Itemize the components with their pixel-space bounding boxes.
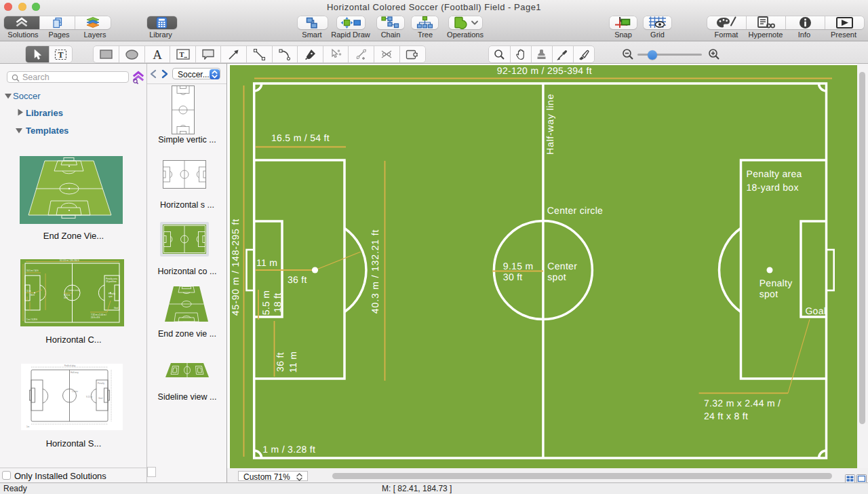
svg-text:Center: Center [72, 390, 78, 393]
svg-text:Goal: Goal [114, 307, 119, 309]
svg-text:40.3 m / 132.21 ft: 40.3 m / 132.21 ft [370, 229, 380, 314]
svg-text:16.5 m / 54 ft: 16.5 m / 54 ft [271, 132, 330, 143]
svg-text:Center: Center [547, 261, 577, 271]
svg-text:Goal: Goal [98, 397, 103, 400]
svg-text:spot: spot [547, 271, 566, 282]
svg-text:Goal: Goal [805, 305, 826, 316]
svg-text:Penalty area: Penalty area [746, 168, 802, 179]
svg-text:36 ft: 36 ft [31, 294, 35, 297]
svg-text:Penalty: Penalty [759, 278, 792, 288]
svg-text:92-120 m / 295-394 ft: 92-120 m / 295-394 ft [60, 259, 79, 262]
svg-text:16.5 m / 54 ft: 16.5 m / 54 ft [26, 269, 39, 272]
svg-text:18 ft: 18 ft [272, 293, 283, 313]
svg-text:1m: 1m [26, 425, 30, 428]
svg-text:30 ft: 30 ft [502, 271, 522, 282]
svg-text:36 ft: 36 ft [288, 274, 307, 285]
svg-text:A: A [153, 49, 162, 60]
svg-text:24 ft x 8 ft: 24 ft x 8 ft [704, 411, 748, 421]
svg-text:11 m: 11 m [26, 290, 31, 292]
svg-text:11 m: 11 m [287, 352, 298, 373]
svg-text:Half-way line: Half-way line [544, 94, 555, 155]
svg-text:spot: spot [759, 288, 778, 299]
svg-text:5.5 m: 5.5 m [260, 290, 271, 316]
svg-text:30 ft: 30 ft [64, 297, 68, 299]
svg-text:Field of play: Field of play [64, 364, 76, 367]
svg-text:Penalty: Penalty [98, 382, 105, 385]
svg-text:18-yard box: 18-yard box [746, 182, 798, 193]
svg-text:Center circle: Center circle [68, 289, 79, 292]
svg-text:11 m: 11 m [256, 257, 277, 268]
svg-text:Center circle: Center circle [547, 205, 602, 216]
svg-text:9.15 m: 9.15 m [502, 261, 533, 271]
svg-text:T: T [179, 51, 184, 58]
svg-text:1 m / 3.28 ft: 1 m / 3.28 ft [262, 444, 315, 455]
svg-text:18-yard box: 18-yard box [106, 280, 117, 283]
svg-text:spot: spot [108, 295, 113, 298]
svg-text:92-120 m / 295-394 ft: 92-120 m / 295-394 ft [496, 65, 591, 76]
svg-text:45-90 m / 148-295 ft: 45-90 m / 148-295 ft [230, 218, 241, 316]
svg-text:9.15 m: 9.15 m [86, 396, 93, 398]
svg-text:1 m / 3.28 ft: 1 m / 3.28 ft [26, 318, 37, 321]
svg-text:Half-way: Half-way [71, 371, 79, 374]
svg-text:24 ft x 8 ft: 24 ft x 8 ft [91, 316, 100, 319]
svg-text:36 ft: 36 ft [275, 352, 285, 372]
svg-text:T: T [58, 50, 63, 59]
svg-text:7.32 m x 2.44 m /: 7.32 m x 2.44 m / [704, 398, 781, 408]
